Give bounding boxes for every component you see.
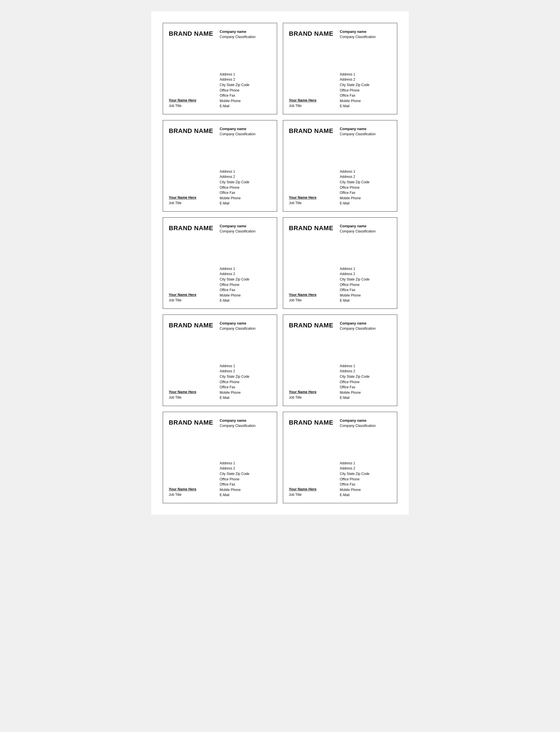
address-line: City State Zip Code: [340, 180, 370, 185]
company-name: Company name: [220, 321, 255, 326]
address-line: Mobile Phone: [220, 196, 249, 201]
company-info-top: Company name Company Classification: [335, 127, 376, 136]
address-line: Address 1: [220, 364, 249, 369]
address-line: E-Mail: [220, 201, 249, 206]
address-line: Office Phone: [340, 282, 370, 288]
company-classification: Company Classification: [220, 35, 255, 39]
address-info: Address 1Address 2City State Zip CodeOff…: [335, 258, 370, 304]
address-line: Office Fax: [220, 482, 249, 487]
address-info: Address 1Address 2City State Zip CodeOff…: [335, 63, 370, 109]
company-name: Company name: [220, 418, 255, 423]
company-name: Company name: [220, 224, 255, 229]
address-line: E-Mail: [340, 395, 370, 400]
address-line: City State Zip Code: [340, 277, 370, 282]
address-line: Address 1: [220, 461, 249, 466]
company-classification: Company Classification: [220, 423, 255, 428]
person-name: Your Name Here: [169, 487, 215, 492]
company-info-top: Company name Company Classification: [335, 29, 376, 39]
address-line: Address 1: [220, 169, 249, 175]
job-title: Job Title: [289, 201, 335, 206]
address-info: Address 1Address 2City State Zip CodeOff…: [215, 355, 249, 400]
card-middle: Your Name Here Job Title Address 1Addres…: [169, 136, 271, 206]
person-info: Your Name Here Job Title: [169, 292, 215, 304]
address-line: Office Phone: [340, 185, 370, 191]
address-line: Address 1: [220, 266, 249, 272]
company-name: Company name: [340, 29, 376, 35]
brand-name: BRAND NAME: [169, 225, 215, 232]
address-info: Address 1Address 2City State Zip CodeOff…: [215, 258, 249, 304]
job-title: Job Title: [289, 298, 335, 303]
person-name: Your Name Here: [289, 195, 335, 201]
card-middle: Your Name Here Job Title Address 1Addres…: [169, 39, 271, 109]
address-line: City State Zip Code: [220, 82, 249, 88]
brand-name: BRAND NAME: [169, 30, 215, 37]
company-classification: Company Classification: [220, 326, 255, 331]
address-line: Mobile Phone: [220, 390, 249, 395]
person-info: Your Name Here Job Title: [289, 292, 335, 304]
address-line: Office Fax: [220, 287, 249, 293]
address-line: Mobile Phone: [340, 293, 370, 298]
address-line: City State Zip Code: [220, 374, 249, 379]
company-name: Company name: [340, 224, 376, 229]
card-top: BRAND NAME Company name Company Classifi…: [289, 321, 391, 331]
business-card: BRAND NAME Company name Company Classifi…: [163, 412, 277, 503]
company-classification: Company Classification: [220, 229, 255, 234]
address-line: Address 2: [340, 174, 370, 180]
business-card: BRAND NAME Company name Company Classifi…: [163, 23, 277, 114]
address-info: Address 1Address 2City State Zip CodeOff…: [335, 355, 370, 400]
person-info: Your Name Here Job Title: [289, 487, 335, 498]
company-info-top: Company name Company Classification: [335, 224, 376, 234]
brand-name: BRAND NAME: [289, 127, 335, 135]
address-info: Address 1Address 2City State Zip CodeOff…: [215, 452, 249, 498]
person-name: Your Name Here: [289, 389, 335, 395]
address-line: Address 2: [340, 77, 370, 82]
job-title: Job Title: [169, 298, 215, 303]
person-name: Your Name Here: [289, 292, 335, 298]
address-line: Office Fax: [340, 287, 370, 293]
address-line: E-Mail: [220, 492, 249, 498]
business-card: BRAND NAME Company name Company Classifi…: [283, 412, 397, 503]
business-card: BRAND NAME Company name Company Classifi…: [163, 120, 277, 212]
person-name: Your Name Here: [169, 389, 215, 395]
address-spacer: [220, 63, 249, 72]
address-line: Address 1: [340, 169, 370, 175]
address-line: E-Mail: [340, 201, 370, 206]
company-classification: Company Classification: [340, 132, 376, 137]
business-card: BRAND NAME Company name Company Classifi…: [163, 315, 277, 406]
page: BRAND NAME Company name Company Classifi…: [151, 11, 409, 515]
address-line: City State Zip Code: [220, 180, 249, 185]
address-line: E-Mail: [220, 298, 249, 304]
address-line: E-Mail: [340, 492, 370, 498]
company-info-top: Company name Company Classification: [215, 29, 255, 39]
address-info: Address 1Address 2City State Zip CodeOff…: [215, 160, 249, 206]
address-line: Address 1: [220, 72, 249, 77]
job-title: Job Title: [289, 395, 335, 400]
address-spacer: [340, 160, 370, 169]
address-line: Office Phone: [220, 477, 249, 482]
address-line: Mobile Phone: [220, 293, 249, 298]
person-info: Your Name Here Job Title: [289, 389, 335, 400]
address-line: Office Phone: [220, 282, 249, 288]
job-title: Job Title: [169, 395, 215, 400]
address-line: City State Zip Code: [340, 374, 370, 379]
person-name: Your Name Here: [289, 98, 335, 103]
address-line: City State Zip Code: [220, 277, 249, 282]
business-card: BRAND NAME Company name Company Classifi…: [283, 217, 397, 309]
card-middle: Your Name Here Job Title Address 1Addres…: [289, 331, 391, 400]
address-info: Address 1Address 2City State Zip CodeOff…: [335, 160, 370, 206]
address-line: Mobile Phone: [340, 196, 370, 201]
address-line: Office Phone: [340, 477, 370, 482]
company-classification: Company Classification: [340, 229, 376, 234]
address-info: Address 1Address 2City State Zip CodeOff…: [335, 452, 370, 498]
address-line: Mobile Phone: [340, 98, 370, 104]
address-line: City State Zip Code: [340, 471, 370, 477]
address-info: Address 1Address 2City State Zip CodeOff…: [215, 63, 249, 109]
address-line: Address 2: [340, 466, 370, 471]
company-name: Company name: [340, 127, 376, 132]
job-title: Job Title: [289, 103, 335, 108]
card-top: BRAND NAME Company name Company Classifi…: [169, 224, 271, 234]
address-line: Address 1: [340, 72, 370, 77]
card-middle: Your Name Here Job Title Address 1Addres…: [289, 234, 391, 304]
company-name: Company name: [220, 29, 255, 35]
company-classification: Company Classification: [340, 35, 376, 39]
